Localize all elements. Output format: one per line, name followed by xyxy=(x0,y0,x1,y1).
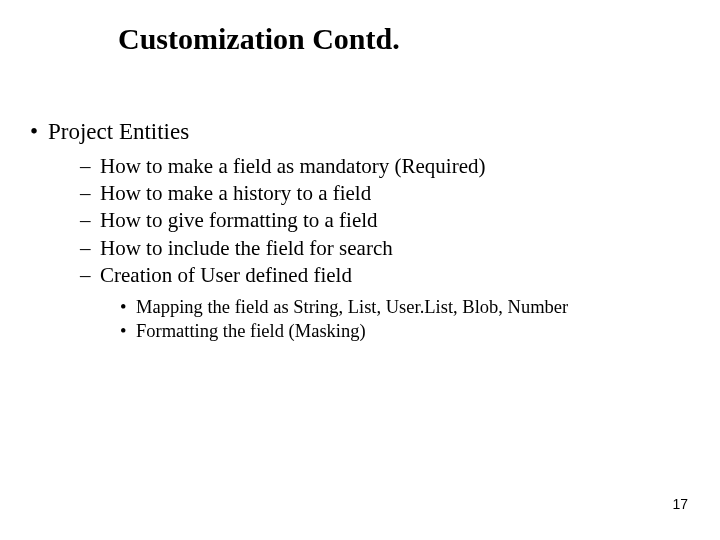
dash-icon: – xyxy=(80,262,100,288)
bullet-dot-icon: • xyxy=(30,118,48,147)
dash-icon: – xyxy=(80,235,100,261)
bullet-level2-text: Creation of User defined field xyxy=(100,263,352,287)
bullet-level1-text: Project Entities xyxy=(48,119,189,144)
bullet-level3-group: •Mapping the field as String, List, User… xyxy=(120,296,680,343)
bullet-level3: •Formatting the field (Masking) xyxy=(120,320,680,343)
bullet-level3: •Mapping the field as String, List, User… xyxy=(120,296,680,319)
bullet-level2: –Creation of User defined field xyxy=(80,262,680,288)
bullet-dot-icon: • xyxy=(120,296,136,319)
dash-icon: – xyxy=(80,153,100,179)
dash-icon: – xyxy=(80,180,100,206)
bullet-level2-text: How to make a field as mandatory (Requir… xyxy=(100,154,485,178)
bullet-level2: –How to give formatting to a field xyxy=(80,207,680,233)
bullet-level2-text: How to make a history to a field xyxy=(100,181,371,205)
dash-icon: – xyxy=(80,207,100,233)
bullet-level2-group: –How to make a field as mandatory (Requi… xyxy=(80,153,680,344)
slide-title: Customization Contd. xyxy=(118,22,400,56)
bullet-level1: •Project Entities xyxy=(30,118,680,147)
bullet-level3-text: Mapping the field as String, List, User.… xyxy=(136,297,568,317)
page-number: 17 xyxy=(672,496,688,512)
bullet-level2-text: How to give formatting to a field xyxy=(100,208,378,232)
bullet-dot-icon: • xyxy=(120,320,136,343)
slide-body: •Project Entities –How to make a field a… xyxy=(30,118,680,344)
bullet-level3-text: Formatting the field (Masking) xyxy=(136,321,366,341)
bullet-level2-text: How to include the field for search xyxy=(100,236,393,260)
bullet-level2: –How to include the field for search xyxy=(80,235,680,261)
bullet-level2: –How to make a history to a field xyxy=(80,180,680,206)
bullet-level2: –How to make a field as mandatory (Requi… xyxy=(80,153,680,179)
slide: Customization Contd. •Project Entities –… xyxy=(0,0,720,540)
